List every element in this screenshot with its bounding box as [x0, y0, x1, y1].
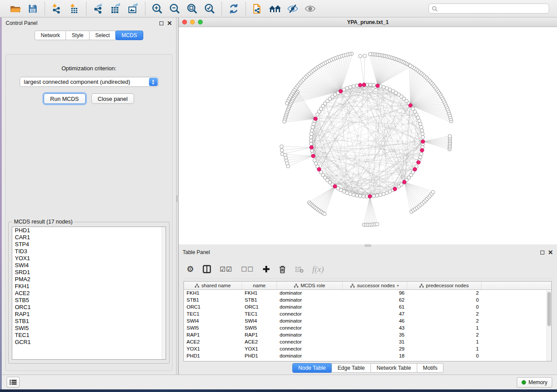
column-header[interactable]: MCDS role	[277, 282, 343, 289]
column-header[interactable]: successor nodes▾	[343, 282, 407, 289]
deselect-all-rows-button[interactable]: ☐☐	[241, 265, 254, 273]
zoom-fit-button[interactable]	[185, 2, 200, 16]
table-row[interactable]: YOX1YOX1connector291	[184, 346, 551, 353]
search-field[interactable]	[429, 3, 549, 14]
mcds-list-item[interactable]: STP4	[12, 241, 166, 248]
mcds-list-item[interactable]: ACE2	[12, 290, 166, 297]
import-network-button[interactable]	[49, 2, 64, 16]
window-close-icon[interactable]	[182, 20, 187, 24]
tab-node-table[interactable]: Node Table	[292, 363, 332, 373]
mcds-list-item[interactable]: GCR1	[12, 339, 166, 346]
mcds-list-item[interactable]: SRD1	[12, 269, 166, 276]
mcds-list-item[interactable]: ORC1	[12, 304, 166, 311]
zoom-in-icon	[152, 3, 163, 14]
table-row[interactable]: PHD1PHD1dominator180	[184, 353, 551, 360]
table-row[interactable]: STB1STB1dominator620	[184, 297, 551, 304]
memory-button[interactable]: Memory	[517, 377, 552, 388]
tab-edge-table[interactable]: Edge Table	[332, 363, 371, 373]
table-cell: 18	[343, 353, 407, 360]
scrollbar-thumb[interactable]	[547, 292, 551, 326]
new-network-from-selection-button[interactable]	[250, 2, 265, 16]
delete-column-button[interactable]	[279, 265, 286, 273]
mcds-list-item[interactable]: PMA2	[12, 276, 166, 283]
close-panel-icon[interactable]: ✕	[548, 251, 553, 254]
float-panel-icon[interactable]	[159, 21, 163, 25]
tab-network-table[interactable]: Network Table	[370, 363, 417, 373]
tab-select[interactable]: Select	[89, 31, 116, 40]
zoom-out-icon	[169, 3, 180, 14]
table-cell: 2	[407, 318, 481, 325]
mcds-list-item[interactable]: SWI4	[12, 262, 166, 269]
mcds-list-item[interactable]: TEC1	[12, 332, 166, 339]
zoom-out-button[interactable]	[167, 2, 182, 16]
mcds-list-item[interactable]: STB1	[12, 318, 166, 325]
mcds-list-item[interactable]: STB5	[12, 297, 166, 304]
mcds-list-item[interactable]: PHD1	[12, 227, 166, 234]
float-panel-icon[interactable]	[540, 251, 544, 254]
list-scrollbar[interactable]	[162, 227, 166, 359]
column-header[interactable]: predecessor nodes	[407, 282, 481, 289]
table-row[interactable]: FKH1FKH1dominator962	[184, 290, 551, 297]
zoom-in-button[interactable]	[150, 2, 165, 16]
network-window-titlebar[interactable]: YPA_prune.txt_1	[179, 17, 557, 27]
show-columns-button[interactable]	[203, 265, 211, 273]
memory-label: Memory	[529, 379, 547, 385]
splitter-grip[interactable]	[176, 196, 179, 202]
table-row[interactable]: ACE2ACE2connector311	[184, 339, 551, 346]
mcds-list-item[interactable]: FKH1	[12, 283, 166, 290]
run-mcds-button[interactable]: Run MCDS	[44, 93, 86, 104]
refresh-icon	[228, 3, 239, 14]
refresh-button[interactable]	[226, 2, 241, 16]
horizontal-splitter[interactable]	[179, 244, 557, 247]
select-all-rows-button[interactable]: ☑☑	[220, 265, 232, 273]
export-network-button[interactable]	[91, 2, 106, 16]
mcds-list-item[interactable]: SWI5	[12, 325, 166, 332]
zoom-selected-button[interactable]	[202, 2, 217, 16]
close-panel-button[interactable]: Close panel	[91, 93, 135, 104]
mcds-list-item[interactable]: TID3	[12, 248, 166, 255]
trash-icon	[279, 265, 286, 273]
tab-style[interactable]: Style	[66, 31, 90, 40]
vertical-splitter[interactable]	[176, 17, 179, 375]
mcds-list-item[interactable]: YOX1	[12, 255, 166, 262]
export-image-button[interactable]	[126, 2, 141, 16]
add-column-button[interactable]	[263, 265, 270, 273]
table-cell: RAP1	[242, 332, 277, 339]
save-session-button[interactable]	[25, 2, 40, 16]
tab-network[interactable]: Network	[35, 31, 66, 40]
window-maximize-icon[interactable]	[198, 20, 203, 24]
table-cell: YOX1	[242, 346, 277, 353]
mcds-list-item[interactable]: RAP1	[12, 311, 166, 318]
columns-icon	[203, 265, 211, 273]
table-scrollbar[interactable]	[547, 290, 551, 361]
import-table-button[interactable]	[67, 2, 82, 16]
close-panel-icon[interactable]: ✕	[167, 21, 172, 25]
column-header[interactable]: name	[242, 282, 277, 289]
mcds-list-item[interactable]: CAR1	[12, 234, 166, 241]
go-home-button[interactable]	[268, 2, 283, 16]
table-options-button[interactable]: ⚙	[187, 264, 194, 274]
tab-motifs[interactable]: Motifs	[417, 363, 443, 373]
table-row[interactable]: RAP1RAP1dominator352	[184, 332, 551, 339]
export-table-button[interactable]	[108, 2, 123, 16]
table-row[interactable]: SWI4SWI4dominator462	[184, 318, 551, 325]
table-row[interactable]: ORC1ORC1dominator610	[184, 304, 551, 311]
table-cell: SWI5	[184, 325, 242, 332]
splitter-grip[interactable]	[365, 244, 371, 247]
clear-table-icon	[295, 266, 304, 273]
table-cell: 1	[407, 325, 481, 332]
table-row[interactable]: SWI5SWI5connector431	[184, 325, 551, 332]
criterion-select[interactable]: largest connected component (undirected)…	[20, 77, 159, 87]
window-minimize-icon[interactable]	[190, 20, 195, 24]
mcds-result-list[interactable]: PHD1CAR1STP4TID3YOX1SWI4SRD1PMA2FKH1ACE2…	[12, 227, 166, 360]
hide-selected-button[interactable]	[285, 2, 300, 16]
column-type-icon	[419, 284, 424, 288]
search-input[interactable]	[438, 6, 546, 12]
network-canvas[interactable]	[179, 27, 557, 244]
column-header[interactable]: shared name	[184, 282, 242, 289]
show-task-history-button[interactable]	[7, 377, 20, 388]
show-all-button[interactable]	[303, 2, 318, 16]
open-file-button[interactable]	[8, 2, 23, 16]
tab-mcds[interactable]: MCDS	[115, 31, 143, 40]
table-row[interactable]: TEC1TEC1connector472	[184, 311, 551, 318]
